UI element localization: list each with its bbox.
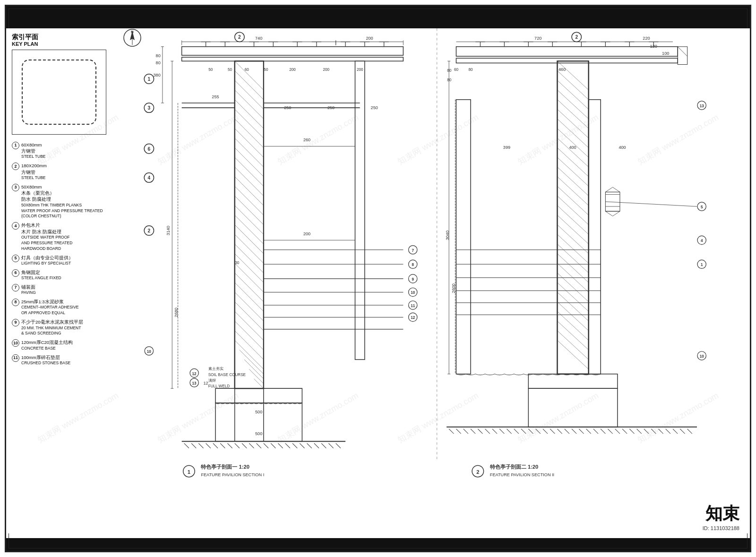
svg-text:4: 4 bbox=[148, 175, 151, 180]
key-plan-box bbox=[12, 50, 106, 135]
svg-text:3: 3 bbox=[148, 105, 151, 111]
svg-line-280 bbox=[449, 429, 454, 434]
svg-line-302 bbox=[608, 429, 612, 434]
svg-line-150 bbox=[235, 443, 240, 448]
svg-rect-135 bbox=[215, 388, 302, 403]
left-panel: 索引平面 KEY PLAN N 1 60X80mm 方钢管 bbox=[12, 33, 139, 369]
svg-text:50: 50 bbox=[228, 68, 232, 72]
brand-id: ID: 1131032188 bbox=[703, 525, 739, 531]
svg-rect-254 bbox=[589, 100, 601, 374]
svg-line-151 bbox=[242, 443, 247, 448]
key-plan-title: 索引平面 bbox=[12, 33, 139, 41]
brand-name: 知束 bbox=[703, 502, 739, 525]
svg-text:50: 50 bbox=[264, 68, 268, 72]
svg-text:100: 100 bbox=[662, 51, 669, 56]
svg-text:13: 13 bbox=[192, 381, 197, 386]
svg-line-70 bbox=[235, 186, 264, 215]
svg-line-234 bbox=[557, 283, 588, 311]
legend-num-11: 11 bbox=[12, 354, 19, 362]
svg-line-213 bbox=[557, 80, 588, 109]
svg-line-153 bbox=[257, 443, 261, 448]
svg-line-86 bbox=[235, 340, 264, 369]
svg-line-72 bbox=[235, 206, 264, 234]
svg-rect-92 bbox=[355, 61, 364, 360]
svg-line-236 bbox=[557, 302, 588, 331]
svg-text:1: 1 bbox=[701, 263, 703, 267]
svg-text:5: 5 bbox=[701, 205, 703, 209]
svg-line-77 bbox=[235, 254, 264, 283]
svg-line-287 bbox=[499, 429, 504, 434]
legend-num-4: 4 bbox=[12, 222, 19, 230]
svg-line-63 bbox=[235, 119, 264, 148]
svg-line-303 bbox=[615, 429, 620, 434]
svg-text:200: 200 bbox=[366, 36, 373, 41]
svg-text:11: 11 bbox=[411, 304, 415, 308]
svg-rect-188 bbox=[456, 58, 678, 63]
svg-line-68 bbox=[235, 167, 264, 196]
svg-line-309 bbox=[658, 429, 663, 434]
north-arrow: N bbox=[123, 28, 142, 47]
svg-text:200: 200 bbox=[289, 68, 296, 72]
svg-text:FEATURE PAVILION SECTION II: FEATURE PAVILION SECTION II bbox=[490, 472, 554, 477]
svg-text:4: 4 bbox=[701, 239, 703, 243]
svg-line-312 bbox=[680, 429, 685, 434]
svg-line-62 bbox=[235, 109, 264, 138]
svg-line-224 bbox=[557, 186, 588, 215]
svg-line-217 bbox=[557, 119, 588, 148]
svg-line-226 bbox=[557, 206, 588, 234]
svg-line-313 bbox=[687, 429, 692, 434]
svg-line-69 bbox=[235, 177, 264, 206]
legend-item-11: 11 100mm厚碎石垫层 CRUSHED STONES BASE bbox=[12, 354, 139, 366]
svg-line-304 bbox=[622, 429, 627, 434]
svg-text:FULL WELD: FULL WELD bbox=[208, 384, 230, 388]
svg-line-87 bbox=[240, 350, 264, 374]
svg-text:7: 7 bbox=[412, 249, 414, 253]
legend-num-1: 1 bbox=[12, 142, 19, 149]
svg-line-235 bbox=[557, 292, 588, 321]
svg-line-289 bbox=[514, 429, 519, 434]
svg-text:200: 200 bbox=[323, 68, 330, 72]
svg-rect-56 bbox=[235, 61, 264, 388]
svg-text:460: 460 bbox=[558, 67, 566, 72]
svg-line-283 bbox=[471, 429, 475, 434]
svg-line-89 bbox=[249, 369, 264, 384]
svg-rect-210 bbox=[557, 61, 588, 374]
svg-line-301 bbox=[601, 429, 605, 434]
svg-text:80: 80 bbox=[156, 60, 161, 65]
legend-num-5: 5 bbox=[12, 255, 19, 262]
svg-line-67 bbox=[235, 157, 264, 186]
svg-line-294 bbox=[550, 429, 555, 434]
svg-text:满焊: 满焊 bbox=[208, 378, 216, 383]
legend-num-2: 2 bbox=[12, 163, 19, 170]
svg-text:12: 12 bbox=[204, 381, 208, 386]
svg-text:80: 80 bbox=[447, 78, 452, 82]
svg-line-79 bbox=[235, 273, 264, 302]
svg-line-73 bbox=[235, 215, 264, 244]
svg-line-147 bbox=[213, 443, 218, 448]
svg-text:2: 2 bbox=[575, 34, 578, 40]
svg-line-84 bbox=[235, 321, 264, 350]
svg-line-158 bbox=[292, 443, 297, 448]
svg-rect-278 bbox=[528, 388, 618, 427]
svg-text:80: 80 bbox=[469, 68, 473, 72]
svg-line-61 bbox=[235, 100, 264, 129]
svg-line-220 bbox=[557, 148, 588, 177]
svg-line-160 bbox=[307, 443, 312, 448]
svg-line-221 bbox=[557, 157, 588, 186]
svg-text:2: 2 bbox=[476, 469, 479, 475]
svg-line-215 bbox=[557, 100, 588, 129]
svg-line-223 bbox=[557, 177, 588, 206]
svg-text:12: 12 bbox=[192, 372, 197, 376]
svg-line-90 bbox=[254, 379, 263, 388]
legend-item-10: 10 120mm厚C20混凝土结构 CONCRETE BASE bbox=[12, 339, 139, 351]
svg-line-285 bbox=[485, 429, 490, 434]
svg-text:10: 10 bbox=[700, 354, 704, 359]
svg-line-145 bbox=[198, 443, 203, 448]
svg-line-82 bbox=[235, 302, 264, 331]
svg-line-76 bbox=[235, 244, 264, 273]
svg-line-154 bbox=[264, 443, 268, 448]
svg-line-75 bbox=[235, 234, 264, 263]
svg-line-225 bbox=[557, 196, 588, 225]
svg-text:1: 1 bbox=[148, 77, 151, 82]
svg-line-288 bbox=[507, 429, 511, 434]
